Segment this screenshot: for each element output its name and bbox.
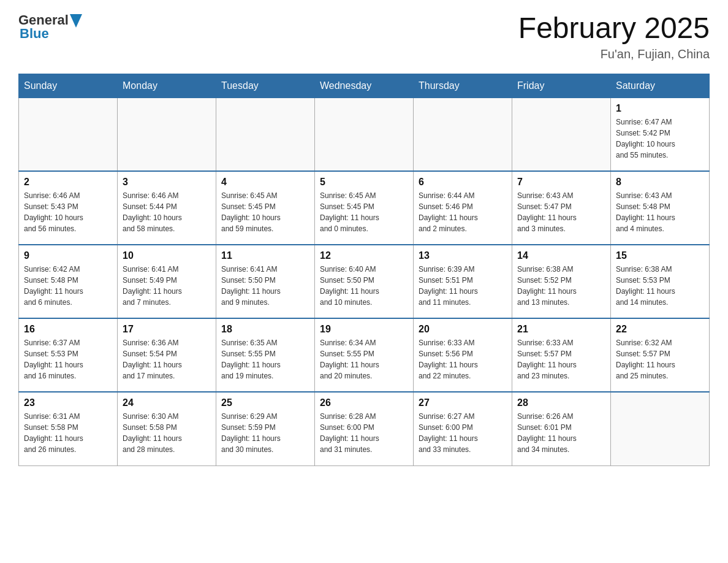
calendar-cell: 7Sunrise: 6:43 AM Sunset: 5:47 PM Daylig… xyxy=(512,171,611,245)
day-info: Sunrise: 6:45 AM Sunset: 5:45 PM Dayligh… xyxy=(320,190,408,234)
day-info: Sunrise: 6:30 AM Sunset: 5:58 PM Dayligh… xyxy=(123,411,211,455)
column-header-sunday: Sunday xyxy=(19,74,118,98)
day-info: Sunrise: 6:26 AM Sunset: 6:01 PM Dayligh… xyxy=(517,411,605,455)
day-info: Sunrise: 6:37 AM Sunset: 5:53 PM Dayligh… xyxy=(24,337,112,381)
day-number: 23 xyxy=(24,397,112,408)
day-number: 8 xyxy=(616,177,704,188)
calendar-cell: 8Sunrise: 6:43 AM Sunset: 5:48 PM Daylig… xyxy=(611,171,710,245)
calendar-week-row: 9Sunrise: 6:42 AM Sunset: 5:48 PM Daylig… xyxy=(19,245,710,318)
day-number: 20 xyxy=(419,324,507,335)
day-info: Sunrise: 6:41 AM Sunset: 5:50 PM Dayligh… xyxy=(221,264,309,308)
calendar-cell: 3Sunrise: 6:46 AM Sunset: 5:44 PM Daylig… xyxy=(118,171,216,245)
calendar-cell xyxy=(414,98,512,171)
day-info: Sunrise: 6:43 AM Sunset: 5:47 PM Dayligh… xyxy=(517,190,605,234)
logo-blue-text: Blue xyxy=(20,26,49,42)
day-info: Sunrise: 6:44 AM Sunset: 5:46 PM Dayligh… xyxy=(419,190,507,234)
calendar-week-row: 1Sunrise: 6:47 AM Sunset: 5:42 PM Daylig… xyxy=(19,98,710,171)
day-info: Sunrise: 6:40 AM Sunset: 5:50 PM Dayligh… xyxy=(320,264,408,308)
day-number: 16 xyxy=(24,324,112,335)
title-section: February 2025 Fu'an, Fujian, China xyxy=(518,12,710,61)
day-info: Sunrise: 6:33 AM Sunset: 5:57 PM Dayligh… xyxy=(517,337,605,381)
calendar-cell: 16Sunrise: 6:37 AM Sunset: 5:53 PM Dayli… xyxy=(19,318,118,392)
day-number: 4 xyxy=(221,177,309,188)
day-number: 17 xyxy=(123,324,211,335)
day-number: 15 xyxy=(616,250,704,261)
calendar-header-row: SundayMondayTuesdayWednesdayThursdayFrid… xyxy=(19,74,710,98)
day-number: 19 xyxy=(320,324,408,335)
calendar-cell: 23Sunrise: 6:31 AM Sunset: 5:58 PM Dayli… xyxy=(19,392,118,465)
calendar-subtitle: Fu'an, Fujian, China xyxy=(518,47,710,61)
day-number: 12 xyxy=(320,250,408,261)
calendar-cell: 17Sunrise: 6:36 AM Sunset: 5:54 PM Dayli… xyxy=(118,318,216,392)
calendar-cell: 24Sunrise: 6:30 AM Sunset: 5:58 PM Dayli… xyxy=(118,392,216,465)
calendar-cell: 27Sunrise: 6:27 AM Sunset: 6:00 PM Dayli… xyxy=(414,392,512,465)
day-info: Sunrise: 6:35 AM Sunset: 5:55 PM Dayligh… xyxy=(221,337,309,381)
day-number: 9 xyxy=(24,250,112,261)
column-header-wednesday: Wednesday xyxy=(315,74,414,98)
calendar-cell: 12Sunrise: 6:40 AM Sunset: 5:50 PM Dayli… xyxy=(315,245,414,318)
calendar-table: SundayMondayTuesdayWednesdayThursdayFrid… xyxy=(18,74,710,466)
day-number: 13 xyxy=(419,250,507,261)
calendar-cell: 26Sunrise: 6:28 AM Sunset: 6:00 PM Dayli… xyxy=(315,392,414,465)
calendar-cell: 4Sunrise: 6:45 AM Sunset: 5:45 PM Daylig… xyxy=(216,171,315,245)
calendar-cell: 9Sunrise: 6:42 AM Sunset: 5:48 PM Daylig… xyxy=(19,245,118,318)
day-number: 6 xyxy=(419,177,507,188)
day-info: Sunrise: 6:38 AM Sunset: 5:52 PM Dayligh… xyxy=(517,264,605,308)
calendar-cell: 14Sunrise: 6:38 AM Sunset: 5:52 PM Dayli… xyxy=(512,245,611,318)
day-number: 25 xyxy=(221,397,309,408)
svg-marker-0 xyxy=(70,14,82,28)
day-info: Sunrise: 6:47 AM Sunset: 5:42 PM Dayligh… xyxy=(616,117,704,161)
day-number: 2 xyxy=(24,177,112,188)
page-header: General Blue February 2025 Fu'an, Fujian… xyxy=(18,12,710,61)
day-number: 14 xyxy=(517,250,605,261)
calendar-cell: 21Sunrise: 6:33 AM Sunset: 5:57 PM Dayli… xyxy=(512,318,611,392)
day-number: 22 xyxy=(616,324,704,335)
logo: General Blue xyxy=(18,12,82,42)
day-info: Sunrise: 6:34 AM Sunset: 5:55 PM Dayligh… xyxy=(320,337,408,381)
day-info: Sunrise: 6:28 AM Sunset: 6:00 PM Dayligh… xyxy=(320,411,408,455)
day-number: 5 xyxy=(320,177,408,188)
day-info: Sunrise: 6:42 AM Sunset: 5:48 PM Dayligh… xyxy=(24,264,112,308)
logo-arrow-icon xyxy=(70,14,82,28)
day-info: Sunrise: 6:27 AM Sunset: 6:00 PM Dayligh… xyxy=(419,411,507,455)
day-info: Sunrise: 6:41 AM Sunset: 5:49 PM Dayligh… xyxy=(123,264,211,308)
calendar-week-row: 16Sunrise: 6:37 AM Sunset: 5:53 PM Dayli… xyxy=(19,318,710,392)
day-number: 1 xyxy=(616,103,704,114)
column-header-thursday: Thursday xyxy=(414,74,512,98)
day-number: 11 xyxy=(221,250,309,261)
calendar-cell: 5Sunrise: 6:45 AM Sunset: 5:45 PM Daylig… xyxy=(315,171,414,245)
column-header-friday: Friday xyxy=(512,74,611,98)
column-header-tuesday: Tuesday xyxy=(216,74,315,98)
day-info: Sunrise: 6:33 AM Sunset: 5:56 PM Dayligh… xyxy=(419,337,507,381)
column-header-monday: Monday xyxy=(118,74,216,98)
calendar-cell: 28Sunrise: 6:26 AM Sunset: 6:01 PM Dayli… xyxy=(512,392,611,465)
calendar-cell: 2Sunrise: 6:46 AM Sunset: 5:43 PM Daylig… xyxy=(19,171,118,245)
column-header-saturday: Saturday xyxy=(611,74,710,98)
calendar-cell xyxy=(315,98,414,171)
calendar-week-row: 23Sunrise: 6:31 AM Sunset: 5:58 PM Dayli… xyxy=(19,392,710,465)
calendar-cell: 20Sunrise: 6:33 AM Sunset: 5:56 PM Dayli… xyxy=(414,318,512,392)
calendar-cell: 15Sunrise: 6:38 AM Sunset: 5:53 PM Dayli… xyxy=(611,245,710,318)
calendar-cell: 19Sunrise: 6:34 AM Sunset: 5:55 PM Dayli… xyxy=(315,318,414,392)
day-number: 28 xyxy=(517,397,605,408)
calendar-cell xyxy=(611,392,710,465)
calendar-cell: 6Sunrise: 6:44 AM Sunset: 5:46 PM Daylig… xyxy=(414,171,512,245)
day-number: 27 xyxy=(419,397,507,408)
calendar-cell xyxy=(512,98,611,171)
calendar-cell xyxy=(19,98,118,171)
day-info: Sunrise: 6:46 AM Sunset: 5:43 PM Dayligh… xyxy=(24,190,112,234)
calendar-cell: 13Sunrise: 6:39 AM Sunset: 5:51 PM Dayli… xyxy=(414,245,512,318)
day-number: 10 xyxy=(123,250,211,261)
day-number: 24 xyxy=(123,397,211,408)
day-number: 7 xyxy=(517,177,605,188)
day-info: Sunrise: 6:29 AM Sunset: 5:59 PM Dayligh… xyxy=(221,411,309,455)
day-number: 18 xyxy=(221,324,309,335)
day-info: Sunrise: 6:36 AM Sunset: 5:54 PM Dayligh… xyxy=(123,337,211,381)
day-number: 21 xyxy=(517,324,605,335)
day-info: Sunrise: 6:32 AM Sunset: 5:57 PM Dayligh… xyxy=(616,337,704,381)
calendar-title: February 2025 xyxy=(518,12,710,45)
calendar-cell: 25Sunrise: 6:29 AM Sunset: 5:59 PM Dayli… xyxy=(216,392,315,465)
day-number: 3 xyxy=(123,177,211,188)
calendar-cell: 1Sunrise: 6:47 AM Sunset: 5:42 PM Daylig… xyxy=(611,98,710,171)
calendar-cell: 10Sunrise: 6:41 AM Sunset: 5:49 PM Dayli… xyxy=(118,245,216,318)
